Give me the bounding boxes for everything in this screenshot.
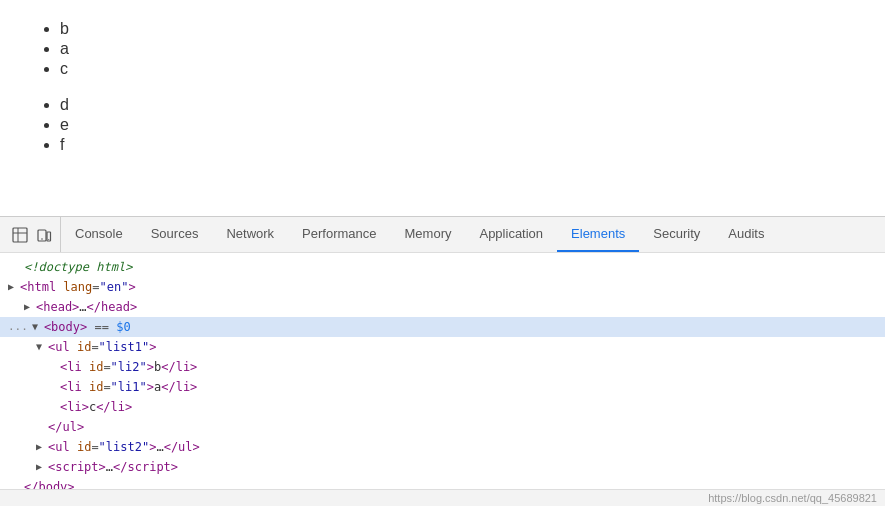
list-item: b — [60, 20, 855, 38]
devtools-tabs: Console Sources Network Performance Memo… — [61, 217, 778, 252]
script-line: ▶ <script>…</script> — [0, 457, 885, 477]
ul-close-line: </ul> — [0, 417, 885, 437]
script-triangle[interactable]: ▶ — [36, 458, 48, 476]
tab-elements[interactable]: Elements — [557, 217, 639, 252]
tab-audits[interactable]: Audits — [714, 217, 778, 252]
devtools-panel: Console Sources Network Performance Memo… — [0, 216, 885, 506]
list-item: e — [60, 116, 855, 134]
ul-list2-line: ▶ <ul id="list2">…</ul> — [0, 437, 885, 457]
html-triangle[interactable]: ▶ — [8, 278, 20, 296]
ul2-triangle[interactable]: ▶ — [36, 438, 48, 456]
svg-point-5 — [41, 238, 43, 240]
devtools-icon-group — [4, 217, 61, 252]
head-triangle[interactable]: ▶ — [24, 298, 36, 316]
html-source: <!doctype html> ▶ <html lang="en"> ▶ <he… — [0, 253, 885, 489]
tab-security[interactable]: Security — [639, 217, 714, 252]
li-li1-line: <li id="li1">a</li> — [0, 377, 885, 397]
li-li2-line: <li id="li2">b</li> — [0, 357, 885, 377]
body-line: ... ▼ <body> == $0 — [0, 317, 885, 337]
doctype-line: <!doctype html> — [0, 257, 885, 277]
list-one: b a c — [30, 20, 855, 78]
list-two: d e f — [30, 96, 855, 154]
tab-memory[interactable]: Memory — [391, 217, 466, 252]
tab-network[interactable]: Network — [212, 217, 288, 252]
li-c-line: <li>c</li> — [0, 397, 885, 417]
tab-performance[interactable]: Performance — [288, 217, 390, 252]
watermark: https://blog.csdn.net/qq_45689821 — [0, 489, 885, 506]
html-open-line: ▶ <html lang="en"> — [0, 277, 885, 297]
svg-rect-0 — [13, 228, 27, 242]
tab-sources[interactable]: Sources — [137, 217, 213, 252]
list-item: c — [60, 60, 855, 78]
list-item: a — [60, 40, 855, 58]
device-icon[interactable] — [34, 225, 54, 245]
list-item: f — [60, 136, 855, 154]
body-triangle[interactable]: ▼ — [32, 318, 44, 336]
watermark-text: https://blog.csdn.net/qq_45689821 — [708, 492, 877, 504]
tab-console[interactable]: Console — [61, 217, 137, 252]
list-item: d — [60, 96, 855, 114]
ul-list1-line: ▼ <ul id="list1"> — [0, 337, 885, 357]
devtools-toolbar: Console Sources Network Performance Memo… — [0, 217, 885, 253]
svg-point-6 — [48, 238, 49, 239]
devtools-elements-panel: <!doctype html> ▶ <html lang="en"> ▶ <he… — [0, 253, 885, 489]
head-line: ▶ <head>…</head> — [0, 297, 885, 317]
tab-application[interactable]: Application — [465, 217, 557, 252]
body-close-line: </body> — [0, 477, 885, 489]
main-content: b a c d e f — [0, 0, 885, 216]
inspect-icon[interactable] — [10, 225, 30, 245]
ul1-triangle[interactable]: ▼ — [36, 338, 48, 356]
